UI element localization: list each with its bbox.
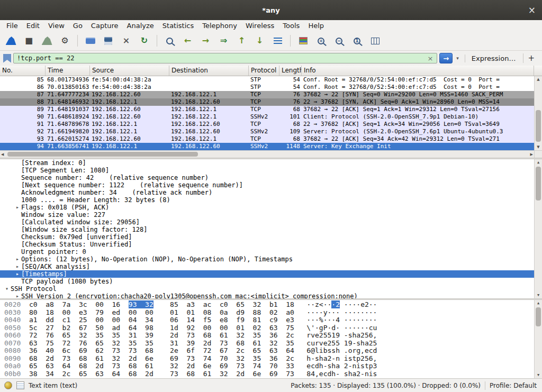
menu-help[interactable]: Help (304, 21, 328, 31)
menu-telephony[interactable]: Telephony (198, 21, 241, 31)
zoom-in-button[interactable]: + (313, 33, 329, 48)
bytes-vscrollbar[interactable]: ▲ ▼ (534, 300, 542, 378)
close-capture-file-button[interactable]: × (119, 33, 134, 48)
detail-line[interactable]: Checksum: 0x79ed [unverified] (0, 233, 542, 241)
expander-right-icon[interactable]: ▸ (14, 270, 21, 278)
column-header-destination[interactable]: Destination (169, 66, 249, 76)
hex-row[interactable]: 0090 68 2d 73 68 61 32 2d 6e 69 73 74 70… (0, 355, 542, 363)
reload-capture-file-button[interactable]: ↻ (137, 33, 152, 48)
detail-line[interactable]: [Next sequence number: 1122 (relative se… (0, 181, 542, 189)
column-header-no[interactable]: No. (0, 66, 46, 76)
scroll-down-icon[interactable]: ▼ (535, 292, 542, 298)
filter-dropdown-icon[interactable]: ▾ (455, 56, 460, 61)
column-header-length[interactable]: Length (279, 66, 302, 76)
restart-capture-button[interactable] (39, 33, 55, 48)
packet-row[interactable]: 9171.648789678192.168.122.1192.168.122.6… (0, 121, 534, 128)
detail-line[interactable]: Sequence number: 42 (relative sequence n… (0, 174, 542, 181)
detail-line[interactable]: [Calculated window size: 29056] (0, 218, 542, 226)
detail-line[interactable]: [Window size scaling factor: 128] (0, 226, 542, 233)
filter-clear-icon[interactable]: × (423, 54, 437, 62)
menu-file[interactable]: File (2, 21, 22, 31)
details-vscrollbar[interactable]: ▲ ▼ (534, 159, 542, 298)
titlebar[interactable]: *any × (0, 0, 542, 20)
hscroll-thumb[interactable] (7, 152, 198, 157)
column-header-time[interactable]: Time (46, 66, 90, 76)
detail-line[interactable]: [TCP Segment Len: 1080] (0, 167, 542, 174)
packet-row[interactable]: 8670.013850163fe:54:00:d4:38:2aSTP54Conf… (0, 84, 534, 91)
column-header-source[interactable]: Source (90, 66, 169, 76)
expression-button[interactable]: Expression… (465, 54, 521, 62)
add-filter-button[interactable]: + (523, 53, 539, 63)
scroll-down-icon[interactable]: ▼ (535, 372, 542, 378)
scroll-up-icon[interactable]: ▲ (535, 300, 542, 306)
go-to-packet-button[interactable]: ⇒ (216, 33, 231, 48)
expert-info-icon[interactable] (4, 381, 12, 389)
scroll-left-icon[interactable]: ◀ (1, 151, 4, 158)
menu-wireless[interactable]: Wireless (241, 21, 278, 31)
capture-comment-icon[interactable] (16, 381, 24, 389)
filter-apply-button[interactable]: → (439, 53, 453, 63)
hex-row[interactable]: 00a0 65 63 64 68 2d 73 68 61 32 2d 6e 69… (0, 362, 542, 370)
go-forward-button[interactable]: → (198, 33, 213, 48)
expander-right-icon[interactable]: ▸ (14, 256, 21, 263)
hex-row[interactable]: 00b0 38 34 2c 65 63 64 68 2d 73 68 61 32… (0, 370, 542, 378)
scroll-up-icon[interactable]: ▲ (535, 76, 542, 83)
menu-go[interactable]: Go (69, 21, 87, 31)
detail-line[interactable]: [Checksum Status: Unverified] (0, 241, 542, 248)
menu-view[interactable]: View (44, 21, 69, 31)
expander-right-icon[interactable]: ▸ (14, 204, 21, 211)
scroll-up-icon[interactable]: ▲ (535, 159, 542, 166)
detail-line[interactable]: ▸SSH Version 2 (encryption:chacha20-poly… (0, 293, 542, 298)
menu-analyze[interactable]: Analyze (123, 21, 158, 31)
menu-tools[interactable]: Tools (278, 21, 304, 31)
zoom-original-button[interactable]: 1 (349, 33, 365, 48)
start-capture-button[interactable] (3, 33, 19, 48)
colorize-packets-button[interactable] (295, 33, 311, 48)
detail-line[interactable]: ▾SSH Protocol (0, 285, 542, 293)
hex-row[interactable]: 0050 5c 27 b2 67 50 ad 64 98 1d 92 00 00… (0, 324, 542, 332)
packet-row[interactable]: 9071.648618924192.168.122.60192.168.122.… (0, 113, 534, 121)
hex-row[interactable]: 0020 c0 a8 7a 3c 00 16 93 32 85 a3 ac c0… (0, 301, 542, 309)
go-to-last-packet-button[interactable]: ↓ (252, 33, 267, 48)
vscroll-thumb[interactable] (536, 167, 541, 200)
detail-line[interactable]: Urgent pointer: 0 (0, 248, 542, 256)
vscroll-thumb[interactable] (536, 110, 541, 142)
packet-row[interactable]: 8568.001734936fe:54:00:d4:38:2aSTP54Conf… (0, 76, 534, 84)
window-close-icon[interactable]: × (528, 6, 536, 15)
packet-row[interactable]: 9271.661949820192.168.122.1192.168.122.6… (0, 128, 534, 135)
go-back-button[interactable]: ← (180, 33, 195, 48)
save-capture-file-button[interactable] (101, 33, 116, 48)
hex-row[interactable]: 0060 72 76 65 32 35 35 31 39 2d 73 68 61… (0, 332, 542, 340)
column-header-info[interactable]: Info (302, 66, 534, 76)
packet-row[interactable]: 9471.663856741192.168.122.1192.168.122.6… (0, 143, 534, 150)
open-capture-file-button[interactable] (83, 33, 98, 48)
status-profile[interactable]: Profile: Default (490, 382, 537, 389)
auto-scroll-button[interactable] (270, 33, 285, 48)
detail-line[interactable]: Window size value: 227 (0, 211, 542, 218)
expander-right-icon[interactable]: ▸ (14, 293, 21, 298)
menu-edit[interactable]: Edit (22, 21, 44, 31)
zoom-out-button[interactable]: − (331, 33, 347, 48)
detail-line[interactable]: Acknowledgment number: 34 (relative ack … (0, 189, 542, 196)
menu-capture[interactable]: Capture (87, 21, 123, 31)
packet-row[interactable]: 8971.648191037192.168.122.60192.168.122.… (0, 106, 534, 113)
detail-line[interactable]: [Stream index: 0] (0, 159, 542, 167)
capture-options-button[interactable]: ⚙ (57, 33, 73, 48)
detail-line[interactable]: ▸[SEQ/ACK analysis] (0, 263, 542, 270)
detail-line[interactable]: TCP payload (1080 bytes) (0, 278, 542, 285)
expander-down-icon[interactable]: ▾ (3, 285, 11, 293)
find-packet-button[interactable] (162, 33, 177, 48)
go-to-first-packet-button[interactable]: ↑ (234, 33, 249, 48)
packet-row[interactable]: 8871.648146932192.168.122.1192.168.122.6… (0, 98, 534, 106)
vscroll-thumb[interactable] (536, 307, 541, 326)
hex-row[interactable]: 0030 80 18 00 e3 79 ed 00 00 01 01 08 0a… (0, 309, 542, 317)
detail-line[interactable]: ▸Flags: 0x018 (PSH, ACK) (0, 204, 542, 211)
packet-list-hscrollbar[interactable]: ◀ ▶ (0, 150, 534, 158)
hex-row[interactable]: 0080 36 40 6c 69 62 73 73 68 2e 6f 72 67… (0, 347, 542, 355)
detail-line[interactable]: 1000 .... = Header Length: 32 bytes (8) (0, 196, 542, 204)
packet-row[interactable]: 8771.647777234192.168.122.60192.168.122.… (0, 91, 534, 98)
scroll-right-icon[interactable]: ▶ (530, 151, 533, 158)
column-header-protocol[interactable]: Protocol (249, 66, 279, 76)
packet-list-vscrollbar[interactable]: ▲ ▼ (534, 76, 542, 150)
expander-right-icon[interactable]: ▸ (14, 263, 21, 270)
